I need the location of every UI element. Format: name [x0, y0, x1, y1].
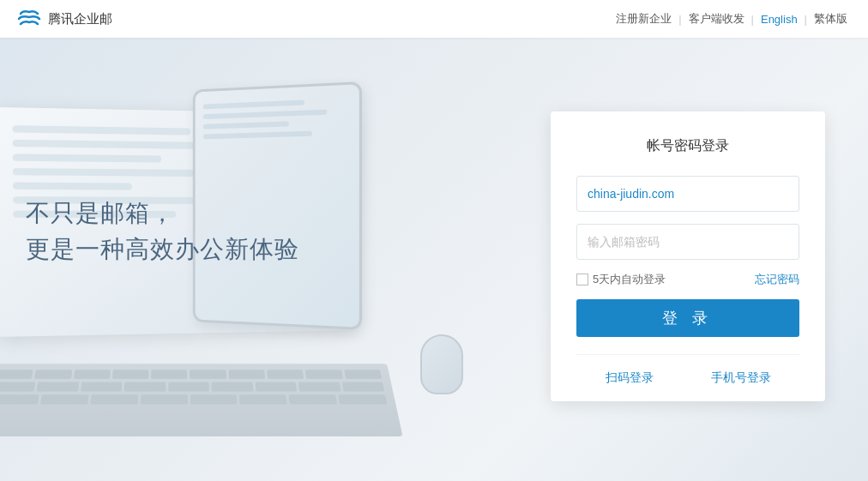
login-panel: 帐号密码登录 5天内自动登录 忘记密码 登 录 扫码登录 手机号登录 — [551, 111, 825, 401]
key — [151, 370, 187, 379]
key — [228, 370, 265, 379]
screen-line — [13, 183, 132, 190]
key — [73, 370, 110, 379]
tagline-line2: 更是一种高效办公新体验 — [26, 233, 299, 266]
login-title: 帐号密码登录 — [576, 137, 799, 155]
key — [0, 382, 36, 392]
login-button[interactable]: 登 录 — [576, 299, 799, 337]
screen-line — [12, 125, 190, 135]
tagline-line1: 不只是邮箱， — [26, 197, 299, 230]
key — [255, 382, 297, 392]
nav-client[interactable]: 客户端收发 — [685, 11, 748, 27]
key — [289, 394, 337, 404]
key — [298, 382, 341, 392]
tagline: 不只是邮箱， 更是一种高效办公新体验 — [26, 197, 299, 266]
key — [0, 370, 33, 379]
key — [34, 370, 72, 379]
key — [190, 394, 237, 404]
login-options: 5天内自动登录 忘记密码 — [576, 272, 799, 287]
phone-login-link[interactable]: 手机号登录 — [711, 370, 771, 386]
nav-english[interactable]: English — [757, 13, 801, 26]
auto-login-checkbox[interactable] — [576, 274, 588, 286]
key — [338, 394, 387, 404]
tablet-line — [203, 121, 289, 129]
key — [90, 394, 138, 404]
key — [212, 382, 253, 392]
key — [341, 382, 384, 392]
email-input[interactable] — [576, 176, 799, 212]
nav-traditional[interactable]: 繁体版 — [811, 11, 851, 27]
key — [40, 394, 88, 404]
key — [81, 382, 123, 392]
tablet-line — [203, 110, 327, 119]
header: 腾讯企业邮 注册新企业 | 客户端收发 | English | 繁体版 — [0, 0, 868, 38]
forgot-password-link[interactable]: 忘记密码 — [755, 272, 799, 287]
key — [239, 394, 287, 404]
password-input[interactable] — [576, 224, 799, 260]
key — [124, 382, 166, 392]
auto-login-text: 5天内自动登录 — [593, 272, 666, 287]
logo-icon — [17, 7, 41, 31]
key — [0, 394, 39, 404]
logo: 腾讯企业邮 — [17, 7, 112, 31]
nav-sep-1: | — [678, 13, 681, 26]
key — [305, 370, 343, 379]
key — [267, 370, 304, 379]
key — [168, 382, 209, 392]
screen-line — [13, 153, 161, 162]
logo-text: 腾讯企业邮 — [48, 11, 112, 27]
nav-sep-2: | — [751, 13, 754, 26]
tablet-line — [203, 100, 304, 110]
key — [37, 382, 79, 392]
auto-login-label[interactable]: 5天内自动登录 — [576, 272, 666, 287]
nav-register[interactable]: 注册新企业 — [612, 11, 675, 27]
key — [344, 370, 382, 379]
key — [112, 370, 149, 379]
key — [190, 370, 226, 379]
keyboard-illustration — [0, 364, 403, 436]
nav-sep-3: | — [805, 13, 807, 26]
qr-login-link[interactable]: 扫码登录 — [606, 370, 654, 386]
tablet-line — [203, 131, 312, 140]
login-panel-footer: 扫码登录 手机号登录 — [576, 354, 799, 401]
mouse-illustration — [420, 334, 463, 394]
key — [140, 394, 187, 404]
screen-line — [13, 168, 219, 177]
header-nav: 注册新企业 | 客户端收发 | English | 繁体版 — [612, 11, 851, 27]
